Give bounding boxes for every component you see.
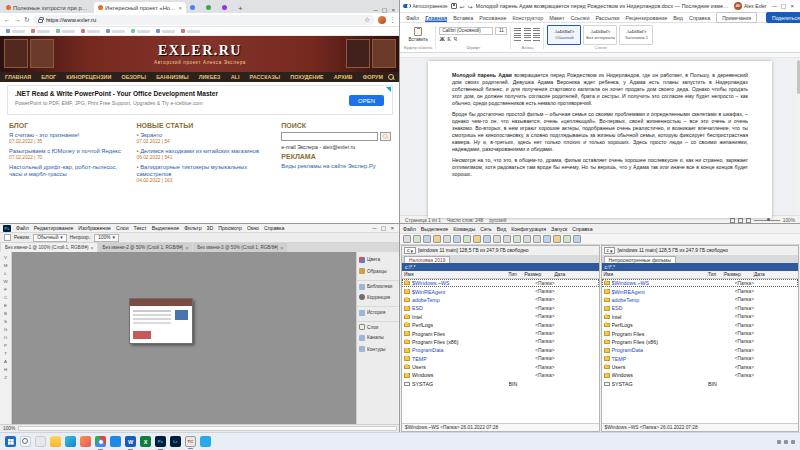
browser-tab-pinned[interactable] [202,2,218,13]
file-row[interactable]: Intel <Папка> [402,313,599,321]
bookmark-item[interactable] [181,29,200,33]
file-row[interactable]: PerfLogs <Папка> [402,321,599,329]
tool-button[interactable]: A [1,358,10,365]
font-size-select[interactable]: 11 [495,27,507,35]
photoshop-taskbar-icon[interactable]: Ps [155,436,166,447]
comments-button[interactable]: Примечания [716,12,757,23]
path-bar[interactable]: c:\*.* [402,263,599,271]
toolbar-icon[interactable] [423,235,431,243]
menu-item[interactable]: Команды [453,226,475,232]
site-search-icon[interactable] [388,74,395,81]
panel-button[interactable]: История [357,306,400,318]
scrollbar[interactable] [796,58,800,215]
column-header-date[interactable]: Дата [754,272,796,277]
site-logo-block[interactable]: EXLER.RU Авторский проект Алекса Экслера [154,43,246,65]
file-row[interactable]: TEMP <Папка> [602,355,799,363]
reload-icon[interactable]: ↻ [24,16,30,23]
tray-icon[interactable] [784,440,788,444]
language-indicator[interactable]: русский [489,218,506,223]
panel-button[interactable]: Цвета [357,254,400,266]
column-header-name[interactable]: Имя [404,272,509,277]
ribbon-tab[interactable]: Рецензирование [626,13,668,22]
read-mode-icon[interactable] [730,218,735,223]
toolbar-icon[interactable] [553,235,561,243]
browser-tab-pinned[interactable] [218,2,234,13]
drive-select[interactable]: c▾ [604,247,616,254]
article-link[interactable]: Делимся находками из китайских магазинов [136,148,269,155]
toolbar-icon[interactable] [413,235,421,243]
align-center-icon[interactable] [524,35,531,41]
browser-tab-pinned[interactable] [186,2,202,13]
ribbon-tab[interactable]: Вид [673,13,683,22]
profile-avatar[interactable] [378,16,386,24]
address-bar[interactable]: https://www.exler.ru ☆ [33,15,375,25]
tab-close-icon[interactable]: × [178,5,182,11]
toolbar-icon[interactable] [403,235,411,243]
ads-link[interactable]: Виды рекламы на сайте Экслер.Ру [281,163,391,170]
file-row[interactable]: adobeTemp <Папка> [402,296,599,304]
browser-tab[interactable]: Полезные хитрости при раб… [2,2,94,13]
menu-item[interactable]: Запуск [551,226,567,232]
menu-item[interactable]: Вид [497,226,506,232]
menu-item[interactable]: Изображение [78,225,111,231]
system-tray[interactable] [777,440,795,444]
zoom-indicator[interactable]: 100% [3,426,15,431]
file-row[interactable]: ESD <Папка> [602,304,799,312]
file-row[interactable]: $WinREAgent <Папка> [402,287,599,295]
file-row[interactable]: Program Files <Папка> [602,329,799,337]
menu-item[interactable]: Файл [16,225,29,231]
tray-icon[interactable] [791,440,795,444]
browser-menu-icon[interactable]: ⋮ [389,16,396,23]
style-chip[interactable]: АаБбВвГг Обычный [547,25,581,45]
bookmark-item[interactable] [106,29,125,33]
document-tab[interactable]: Без имени-3 @ 50% (Слой 1, RGB/8#) × [193,243,287,252]
telegram-taskbar-icon[interactable] [200,436,211,447]
site-nav-link[interactable]: БАННИЗМЫ [156,74,188,80]
tool-button[interactable]: O [1,334,10,341]
ribbon-tab[interactable]: Справка [689,13,710,22]
browser-tab-active[interactable]: Интересный проект «Новост… × [94,2,186,13]
back-icon[interactable]: ← [4,16,11,23]
site-nav-link[interactable]: РАССКАЗЫ [250,74,281,80]
mail-icon[interactable] [110,436,121,447]
ribbon-tab[interactable]: Файл [406,13,419,22]
toolbar-icon[interactable] [483,235,491,243]
file-row[interactable]: Program Files <Папка> [402,329,599,337]
tool-button[interactable]: E [1,302,10,309]
menu-item[interactable]: Выделение [152,225,180,231]
scrollbar-thumb[interactable] [797,60,800,94]
menu-item[interactable]: Фильтр [184,225,201,231]
ribbon-tab[interactable]: Ссылки [570,13,589,22]
file-row[interactable]: Program Files (x86) <Папка> [402,338,599,346]
panel-button[interactable]: Образцы [357,266,400,278]
document-page[interactable]: Молодой парень Адам возвращается перед Р… [428,61,772,218]
file-row[interactable]: ESD <Папка> [402,304,599,312]
bullet-list-icon[interactable] [514,28,521,34]
folder-tab[interactable]: Непросмотренные фильмы [604,256,676,263]
file-row[interactable]: PerfLogs <Папка> [602,321,799,329]
bookmark-item[interactable] [131,29,150,33]
style-chip[interactable]: АаБбВвГг Без интервала [583,25,617,45]
file-row[interactable]: Users <Папка> [402,363,599,371]
excel-taskbar-icon[interactable]: X [140,436,151,447]
forward-icon[interactable]: → [14,16,21,23]
save-icon[interactable] [451,3,457,9]
print-layout-icon[interactable] [738,218,743,223]
ribbon-tab[interactable]: Главная [425,13,447,22]
edge-icon[interactable] [65,436,76,447]
total-commander-taskbar-icon[interactable]: TC [185,436,196,447]
align-justify-icon[interactable] [533,35,540,41]
file-row[interactable]: Users <Папка> [602,363,799,371]
toolbar-icon[interactable] [473,235,481,243]
redo-icon[interactable]: ↪ [468,3,473,10]
document-tab[interactable]: Без имени-2 @ 50% (Слой 1, RGB/8#) × [98,243,192,252]
file-row[interactable]: ProgramData <Папка> [602,346,799,354]
site-search-input[interactable] [281,132,378,141]
menu-item[interactable]: Сеть [480,226,492,232]
numbered-list-icon[interactable] [524,28,531,34]
column-header-date[interactable]: Дата [555,272,597,277]
tool-button[interactable]: M [1,262,10,269]
word-count[interactable]: Число слов: 248 [447,218,483,223]
article-link[interactable]: Экранто [136,132,269,139]
new-tab-button[interactable]: + [234,4,247,13]
